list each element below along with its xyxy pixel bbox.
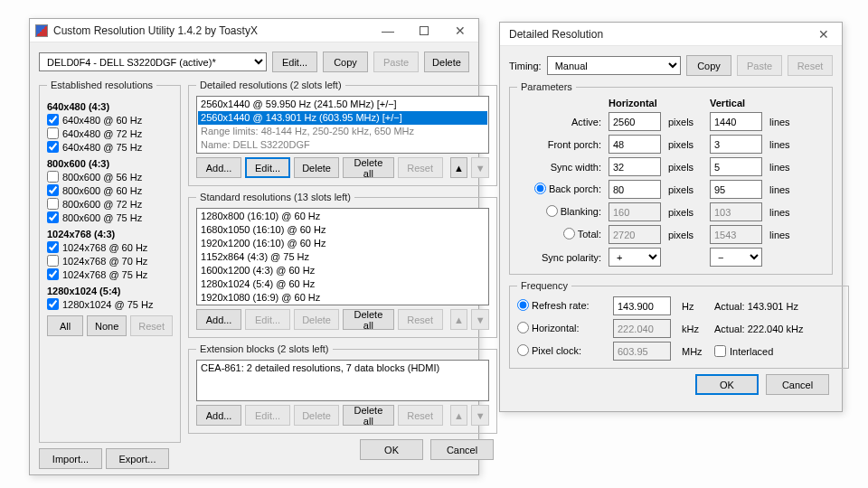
est-checkbox[interactable]: 800x600 @ 75 Hz <box>47 211 173 223</box>
list-item[interactable]: 1280x1024 (5:4) @ 60 Hz <box>198 277 487 291</box>
ext-listbox[interactable]: CEA-861: 2 detailed resolutions, 7 data … <box>196 360 489 401</box>
freq-label[interactable]: Horizontal: <box>517 322 608 335</box>
checkbox[interactable] <box>47 184 59 196</box>
param-label[interactable]: Total: <box>517 228 603 241</box>
list-item[interactable]: Name: DELL S3220DGF <box>198 138 487 152</box>
est-checkbox[interactable]: 1024x768 @ 70 Hz <box>47 255 173 267</box>
std-reset-button[interactable]: Reset <box>398 309 443 330</box>
list-item[interactable]: 1152x864 (4:3) @ 75 Hz <box>198 250 487 264</box>
interlaced-checkbox[interactable]: Interlaced <box>714 345 841 357</box>
detailed-listbox[interactable]: 2560x1440 @ 59.950 Hz (241.50 MHz) [+/−]… <box>196 96 489 154</box>
list-item[interactable]: 1280x800 (16:10) @ 60 Hz <box>198 210 487 223</box>
param-h-input[interactable] <box>609 112 661 131</box>
cancel-button[interactable]: Cancel <box>430 439 494 460</box>
std-deleteall-button[interactable]: Delete all <box>343 309 394 330</box>
det-reset-button[interactable]: Reset <box>398 157 443 178</box>
paste-button[interactable]: Paste <box>373 52 419 72</box>
param-v-input[interactable] <box>710 180 762 199</box>
ok-button[interactable]: OK <box>360 439 423 460</box>
est-checkbox[interactable]: 800x600 @ 56 Hz <box>47 171 173 183</box>
param-v-input[interactable] <box>710 135 762 154</box>
list-item[interactable]: 2560x1440 @ 59.950 Hz (241.50 MHz) [+/−] <box>198 98 487 111</box>
sync-h-select[interactable]: + <box>609 248 661 267</box>
ext-down-icon[interactable]: ▼ <box>471 405 489 426</box>
close-icon[interactable]: ✕ <box>442 19 478 42</box>
checkbox[interactable] <box>47 255 59 267</box>
detail-close-icon[interactable]: ✕ <box>806 23 842 46</box>
est-none-button[interactable]: None <box>87 315 127 336</box>
ext-deleteall-button[interactable]: Delete all <box>343 405 394 426</box>
param-radio[interactable]: Blanking: <box>546 205 601 217</box>
param-radio[interactable]: Back porch: <box>534 183 601 194</box>
checkbox[interactable] <box>47 241 59 253</box>
ext-add-button[interactable]: Add... <box>196 405 241 426</box>
import-button[interactable]: Import... <box>39 448 102 469</box>
standard-listbox[interactable]: 1280x800 (16:10) @ 60 Hz1680x1050 (16:10… <box>196 208 489 305</box>
checkbox[interactable] <box>47 268 59 280</box>
delete-button[interactable]: Delete <box>424 52 469 72</box>
list-item[interactable]: Range limits: 48-144 Hz, 250-250 kHz, 65… <box>198 125 487 138</box>
checkbox[interactable] <box>47 141 59 153</box>
est-checkbox[interactable]: 640x480 @ 72 Hz <box>47 127 173 139</box>
detail-copy-button[interactable]: Copy <box>686 55 731 76</box>
det-add-button[interactable]: Add... <box>196 157 241 178</box>
std-add-button[interactable]: Add... <box>196 309 241 330</box>
sync-v-select[interactable]: − <box>710 248 762 267</box>
param-label[interactable]: Back porch: <box>517 183 603 196</box>
list-item[interactable]: 1920x1200 (16:10) @ 60 Hz <box>198 237 487 250</box>
list-item[interactable]: CEA-861: 2 detailed resolutions, 7 data … <box>198 361 487 375</box>
checkbox[interactable] <box>47 198 59 210</box>
freq-radio[interactable]: Pixel clock: <box>517 344 581 356</box>
param-v-input[interactable] <box>710 112 762 131</box>
list-item[interactable]: 2560x1440 @ 143.901 Hz (603.95 MHz) [+/−… <box>198 111 487 125</box>
param-v-input[interactable] <box>710 157 762 176</box>
checkbox[interactable] <box>47 211 59 223</box>
std-up-icon[interactable]: ▲ <box>450 309 468 330</box>
det-deleteall-button[interactable]: Delete all <box>343 157 394 178</box>
std-down-icon[interactable]: ▼ <box>471 309 489 330</box>
ext-up-icon[interactable]: ▲ <box>450 405 468 426</box>
ext-edit-button[interactable]: Edit... <box>245 405 290 426</box>
checkbox[interactable] <box>47 127 59 139</box>
detail-ok-button[interactable]: OK <box>695 374 759 395</box>
timing-select[interactable]: Manual <box>547 56 681 75</box>
det-delete-button[interactable]: Delete <box>294 157 339 178</box>
copy-button[interactable]: Copy <box>323 52 368 72</box>
detail-paste-button[interactable]: Paste <box>737 55 782 76</box>
std-delete-button[interactable]: Delete <box>294 309 339 330</box>
est-checkbox[interactable]: 1024x768 @ 60 Hz <box>47 241 173 253</box>
param-h-input[interactable] <box>609 180 661 199</box>
detail-reset-button[interactable]: Reset <box>788 55 833 76</box>
det-down-icon[interactable]: ▼ <box>471 157 489 178</box>
checkbox[interactable] <box>47 114 59 126</box>
det-up-icon[interactable]: ▲ <box>450 157 468 178</box>
param-radio[interactable]: Total: <box>563 228 601 239</box>
est-reset-button[interactable]: Reset <box>130 315 173 336</box>
param-h-input[interactable] <box>609 135 661 154</box>
checkbox[interactable] <box>47 171 59 183</box>
param-label[interactable]: Blanking: <box>517 205 603 219</box>
freq-label[interactable]: Refresh rate: <box>517 299 608 313</box>
minimize-icon[interactable]: — <box>370 19 406 42</box>
est-checkbox[interactable]: 800x600 @ 72 Hz <box>47 198 173 210</box>
ext-delete-button[interactable]: Delete <box>294 405 339 426</box>
param-h-input[interactable] <box>609 157 661 176</box>
edit-button[interactable]: Edit... <box>272 52 317 72</box>
freq-radio[interactable]: Horizontal: <box>517 322 580 333</box>
std-edit-button[interactable]: Edit... <box>245 309 290 330</box>
export-button[interactable]: Export... <box>106 448 169 469</box>
det-edit-button[interactable]: Edit... <box>245 157 290 178</box>
freq-radio[interactable]: Refresh rate: <box>517 299 590 311</box>
list-item[interactable]: 1680x1050 (16:10) @ 60 Hz <box>198 223 487 237</box>
est-checkbox[interactable]: 640x480 @ 75 Hz <box>47 141 173 153</box>
list-item[interactable]: 1600x1200 (4:3) @ 60 Hz <box>198 264 487 277</box>
monitor-select[interactable]: DELD0F4 - DELL S3220DGF (active)* <box>39 52 267 71</box>
est-checkbox[interactable]: 1280x1024 @ 75 Hz <box>47 298 173 310</box>
ext-reset-button[interactable]: Reset <box>398 405 443 426</box>
freq-label[interactable]: Pixel clock: <box>517 344 608 358</box>
est-checkbox[interactable]: 1024x768 @ 75 Hz <box>47 268 173 280</box>
maximize-icon[interactable] <box>406 19 442 42</box>
est-checkbox[interactable]: 800x600 @ 60 Hz <box>47 184 173 196</box>
est-checkbox[interactable]: 640x480 @ 60 Hz <box>47 114 173 126</box>
est-all-button[interactable]: All <box>47 315 83 336</box>
